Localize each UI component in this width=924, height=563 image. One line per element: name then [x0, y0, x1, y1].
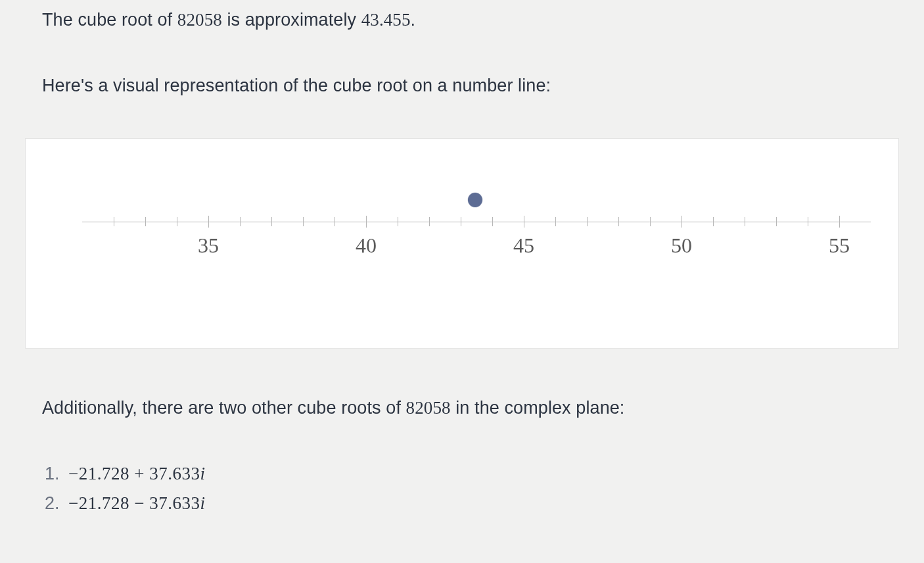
- axis-tick-minor: [745, 217, 745, 226]
- paragraph-visual-intro: Here's a visual representation of the cu…: [42, 72, 899, 100]
- axis-tick-minor: [303, 217, 304, 226]
- number-line-panel: 3540455055: [25, 138, 899, 349]
- axis-tick-major: [208, 216, 209, 228]
- complex-roots-list: −21.728 + 37.633i −21.728 − 37.633i: [25, 460, 899, 518]
- axis-tick-minor: [808, 217, 808, 226]
- axis-tick-major: [839, 216, 840, 228]
- text-fragment: in the complex plane:: [451, 398, 625, 418]
- axis-tick-minor: [398, 217, 398, 226]
- axis-tick-major: [681, 216, 682, 228]
- axis-tick-minor: [713, 217, 714, 226]
- axis-tick-minor: [587, 217, 588, 226]
- paragraph-complex-intro: Additionally, there are two other cube r…: [42, 395, 899, 422]
- number-line-point: [468, 193, 482, 207]
- axis-tick-label: 45: [513, 230, 534, 262]
- axis-tick-minor: [177, 217, 177, 226]
- axis-tick-label: 55: [829, 230, 850, 262]
- axis-tick-minor: [429, 217, 430, 226]
- complex-root-value: −21.728 + 37.633i: [68, 464, 205, 483]
- axis-tick-minor: [618, 217, 619, 226]
- axis-tick-major: [366, 216, 367, 228]
- text-fragment: .: [411, 10, 416, 30]
- axis-tick-minor: [650, 217, 651, 226]
- list-item: −21.728 − 37.633i: [64, 490, 899, 518]
- axis-tick-minor: [114, 217, 114, 226]
- complex-root-value: −21.728 − 37.633i: [68, 493, 205, 513]
- number-line-axis: 3540455055: [82, 222, 871, 222]
- axis-tick-minor: [240, 217, 241, 226]
- axis-tick-major: [524, 216, 524, 228]
- list-item: −21.728 + 37.633i: [64, 460, 899, 488]
- axis-tick-minor: [776, 217, 777, 226]
- axis-tick-minor: [271, 217, 272, 226]
- axis-tick-label: 50: [671, 230, 692, 262]
- axis-tick-label: 40: [356, 230, 377, 262]
- paragraph-result: The cube root of 82058 is approximately …: [42, 7, 899, 34]
- axis-tick-minor: [145, 217, 146, 226]
- axis-tick-minor: [335, 217, 335, 226]
- axis-tick-label: 35: [198, 230, 219, 262]
- text-fragment: is approximately: [222, 10, 361, 30]
- axis-tick-minor: [555, 217, 556, 226]
- text-fragment: Additionally, there are two other cube r…: [42, 398, 406, 418]
- axis-tick-minor: [461, 217, 461, 226]
- axis-tick-minor: [492, 217, 493, 226]
- number-value: 82058: [177, 10, 222, 30]
- text-fragment: The cube root of: [42, 10, 177, 30]
- number-value: 82058: [406, 398, 451, 418]
- number-value: 43.455: [361, 10, 411, 30]
